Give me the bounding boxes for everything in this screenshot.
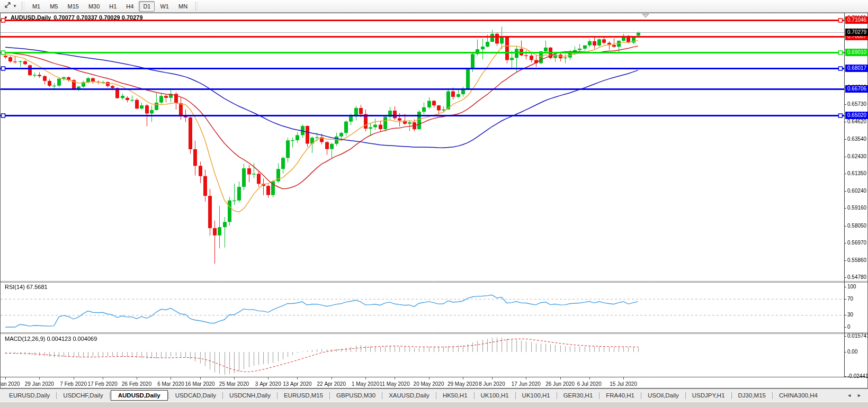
rsi-label: RSI(14) 67.5681 [5,284,48,290]
status-bar [0,402,868,407]
tabs-scroll-arrows: ◄ ► [847,393,868,398]
macd-label: MACD(12,26,9) 0.004123 0.004069 [5,336,97,342]
toolbar-grip [195,2,198,11]
chart-tab-usdcnh-daily[interactable]: USDCNH,Daily [223,391,276,400]
chart-tab-usdjpy-h1[interactable]: USDJPY,H1 [686,391,731,400]
timeframe-button-m1[interactable]: M1 [28,1,44,12]
chevron-down-icon: ▼ [13,4,17,8]
chart-tab-china300-h4[interactable]: CHINA300,H4 [773,391,824,400]
tab-divider [329,392,330,399]
timeframe-button-h1[interactable]: H1 [105,1,121,12]
tab-divider [277,392,278,399]
chart-tab-eurusd-m15[interactable]: EURUSD,M15 [278,391,329,400]
tab-divider [731,392,732,399]
chart-tab-hk50-h1[interactable]: HK50,H1 [437,391,473,400]
price-chart-canvas[interactable] [0,13,868,388]
app-window: ▼ M1M5M15M30H1H4D1W1MN ▼ AUDUSD,Daily 0.… [0,0,868,407]
cursor-tool-button[interactable]: ▼ [2,1,19,12]
chart-tab-audusd-daily[interactable]: AUDUSD,Daily [111,390,168,401]
chart-tab-uk100-h1[interactable]: UK100,H1 [475,391,515,400]
tab-divider [110,392,110,399]
tab-divider [222,392,223,399]
tab-divider [382,392,382,399]
timeframe-button-m5[interactable]: M5 [46,1,62,12]
ohlc-values: 0.70077 0.70337 0.70029 0.70279 [53,14,142,21]
tab-divider [168,392,169,399]
cursor-tool-icon [4,1,12,11]
chart-tab-uk100-h1[interactable]: UK100,H1 [516,391,556,400]
chart-tab-gbpusd-m30[interactable]: GBPUSD,M30 [330,391,381,400]
tab-divider [641,392,641,399]
timeframe-button-m15[interactable]: M15 [63,1,83,12]
chart-tab-usoil-daily[interactable]: USOil,Daily [642,391,685,400]
chart-tabs-bar: EURUSD,DailyUSDCHF,DailyAUDUSD,DailyUSDC… [0,388,868,402]
timeframe-toolbar: M1M5M15M30H1H4D1W1MN [28,1,192,12]
tab-divider [685,392,686,399]
toolbar-grip [22,2,24,11]
chart-tab-eurusd-daily[interactable]: EURUSD,Daily [3,391,56,400]
chart-tab-fra40-h1[interactable]: FRA40,H1 [600,391,640,400]
tab-divider [515,392,516,399]
chart-tabs: EURUSD,DailyUSDCHF,DailyAUDUSD,DailyUSDC… [3,390,824,401]
timeframe-button-h4[interactable]: H4 [122,1,138,12]
tabs-scroll-left-icon[interactable]: ◄ [847,393,852,398]
timeframe-button-w1[interactable]: W1 [156,1,173,12]
chart-title: ▼ AUDUSD,Daily 0.70077 0.70337 0.70029 0… [4,14,143,21]
symbol-period-label: AUDUSD,Daily [11,14,51,21]
toolbar: ▼ M1M5M15M30H1H4D1W1MN [0,0,868,13]
chart-tab-usdchf-daily[interactable]: USDCHF,Daily [57,391,109,400]
timeframe-button-m30[interactable]: M30 [84,1,104,12]
chart-tab-dj30-m15[interactable]: DJ30,M15 [732,391,772,400]
window-menu-icon[interactable]: ▼ [4,15,8,20]
timeframe-button-d1[interactable]: D1 [139,1,155,12]
tab-divider [56,392,57,399]
tab-divider [772,392,773,399]
timeframe-button-mn[interactable]: MN [174,1,192,12]
chart-window: ▼ AUDUSD,Daily 0.70077 0.70337 0.70029 0… [0,13,868,388]
tabs-scroll-right-icon[interactable]: ► [857,393,862,398]
tab-divider [599,392,599,399]
tab-divider [557,392,557,399]
tab-divider [436,392,436,399]
tab-divider [474,392,475,399]
chart-tab-usdcad-daily[interactable]: USDCAD,Daily [169,391,222,400]
chart-tab-ger30-h1[interactable]: GER30,H1 [558,391,599,400]
chart-tab-xauusd-daily[interactable]: XAUUSD,Daily [383,391,435,400]
